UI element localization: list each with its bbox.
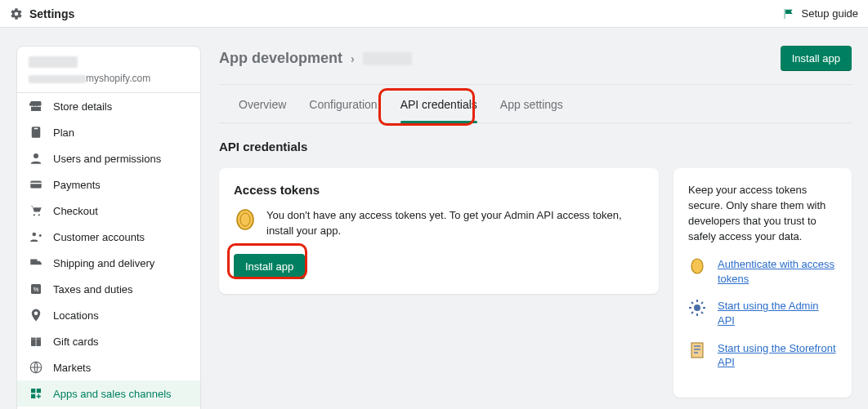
apps-icon [29,386,43,401]
link-list: Authenticate with access tokens Start us… [688,257,837,369]
link-authenticate: Authenticate with access tokens [688,257,837,286]
nav-list: Store details Plan Users and permissions… [17,93,200,409]
store-domain: myshopify.com [29,73,189,84]
globe-icon [29,360,43,375]
link-admin-api: Start using the Admin API [688,299,837,327]
flag-icon [782,7,795,20]
svg-point-6 [32,265,34,267]
link-text[interactable]: Authenticate with access tokens [718,257,837,286]
gear-icon [10,7,23,20]
svg-rect-2 [30,183,42,184]
clipboard-icon [29,125,43,140]
topbar-left: Settings [10,7,74,20]
setup-guide-link[interactable]: Setup guide [782,7,858,20]
main-header: App development › Install app [219,46,852,85]
access-tokens-card: Access tokens You don't have any access … [219,168,659,294]
page-body: myshopify.com Store details Plan Users a… [0,28,868,409]
sidebar-item-payments[interactable]: Payments [17,171,200,198]
sidebar-item-locations[interactable]: Locations [17,302,200,328]
sidebar-item-customer-accounts[interactable]: Customer accounts [17,224,200,250]
setup-guide-label: Setup guide [802,7,858,20]
token-message: You don't have any access tokens yet. To… [266,208,644,239]
app-name-redacted [363,52,412,65]
sidebar-item-label: Store details [53,100,112,113]
sidebar-item-label: Checkout [53,205,98,217]
sidebar-item-users[interactable]: Users and permissions [17,145,200,171]
svg-point-4 [38,214,40,216]
sidebar-item-label: Markets [53,362,91,374]
link-text[interactable]: Start using the Admin API [718,299,837,327]
svg-rect-1 [30,181,42,189]
topbar: Settings Setup guide [0,0,868,28]
svg-point-19 [691,259,703,273]
breadcrumb: App development › [219,50,412,67]
info-message: Keep your access tokens secure. Only sha… [688,183,837,244]
svg-rect-13 [31,389,35,393]
sidebar-item-label: Shipping and delivery [53,257,154,269]
svg-rect-21 [691,343,703,358]
sidebar-item-label: Apps and sales channels [53,388,172,400]
sidebar-item-label: Gift cards [53,336,99,348]
tabs: Overview Configuration API credentials A… [219,85,852,123]
sidebar-item-apps[interactable]: Apps and sales channels [17,380,200,407]
sidebar-item-shipping[interactable]: Shipping and delivery [17,250,200,276]
svg-point-0 [34,153,38,158]
sidebar-item-label: Locations [53,309,99,322]
store-header: myshopify.com [17,47,200,93]
svg-text:%: % [34,286,39,293]
cog-icon [688,299,706,317]
install-app-button-card[interactable]: Install app [234,254,305,279]
sidebar-item-label: Users and permissions [53,153,161,165]
section-title: API credentials [219,140,852,153]
account-icon [29,229,43,244]
truck-icon [29,256,43,270]
sidebar-item-taxes[interactable]: % Taxes and duties [17,276,200,302]
link-storefront-api: Start using the Storefront API [688,341,837,370]
gift-icon [29,334,43,349]
pin-icon [29,308,43,322]
page-title: Settings [29,7,74,20]
tab-overview[interactable]: Overview [239,98,286,122]
tab-configuration[interactable]: Configuration [309,98,377,122]
store-icon [29,99,43,113]
svg-rect-14 [37,389,41,393]
sidebar-item-markets[interactable]: Markets [17,354,200,380]
sidebar-item-checkout[interactable]: Checkout [17,198,200,224]
person-icon [29,151,43,166]
svg-point-5 [33,233,37,237]
breadcrumb-root[interactable]: App development [219,50,342,67]
cart-icon [29,203,43,218]
sidebar-item-label: Taxes and duties [53,283,133,296]
token-empty-state: You don't have any access tokens yet. To… [234,208,644,239]
tab-app-settings[interactable]: App settings [500,98,563,122]
coin-icon [234,208,257,231]
sidebar-item-label: Customer accounts [53,231,145,243]
tabs-wrapper: Overview Configuration API credentials A… [219,85,852,123]
tab-api-credentials[interactable]: API credentials [400,98,477,122]
coin-icon [688,257,706,275]
sidebar-item-label: Payments [53,179,101,191]
svg-rect-15 [31,394,35,398]
info-card: Keep your access tokens secure. Only sha… [673,168,852,398]
sidebar-item-store-details[interactable]: Store details [17,93,200,119]
install-app-button-header[interactable]: Install app [781,46,852,71]
chevron-right-icon: › [351,52,355,65]
sidebar-item-plan[interactable]: Plan [17,119,200,145]
svg-point-20 [694,305,700,311]
card-title: Access tokens [234,183,644,197]
card-icon [29,177,43,192]
store-domain-redacted [29,75,86,83]
svg-point-3 [34,214,35,216]
svg-point-7 [38,265,40,267]
store-name-redacted [29,56,78,68]
sidebar: myshopify.com Store details Plan Users a… [16,46,201,409]
link-text[interactable]: Start using the Storefront API [718,341,837,370]
document-icon [688,341,706,359]
sidebar-item-label: Plan [53,127,74,139]
percent-icon: % [29,282,43,296]
sidebar-item-gift-cards[interactable]: Gift cards [17,328,200,354]
content-row: Access tokens You don't have any access … [219,168,852,398]
main-content: App development › Install app Overview C… [219,46,852,409]
